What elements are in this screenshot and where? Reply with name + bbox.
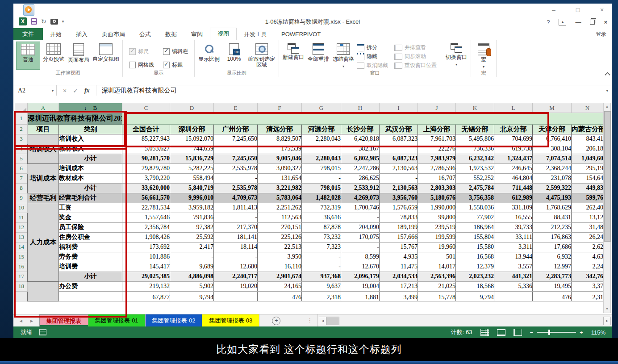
value-cell[interactable]: 6,932 [533,252,572,262]
value-cell[interactable]: 12,379 [456,262,494,272]
tab-data[interactable]: 数据 [158,29,184,40]
value-cell[interactable]: 2,240,717 [214,272,258,281]
value-cell[interactable]: 5,495,806 [456,134,494,144]
column-header-F[interactable]: F [258,103,302,113]
label-cell[interactable]: 办公费 [59,281,122,291]
value-cell[interactable] [214,291,258,301]
value-cell[interactable]: 219,132 [122,281,170,291]
row-header[interactable]: 5 [15,154,28,163]
value-cell[interactable]: 5,783,064 [258,193,302,203]
value-cell[interactable]: 87,878 [302,222,341,232]
formula-bar-expand-icon[interactable]: ▾ [606,88,608,93]
value-cell[interactable]: 1,881 [341,291,380,301]
tab-file[interactable]: 文件 [13,28,43,40]
value-cell[interactable]: 145,417 [122,262,170,272]
value-cell[interactable]: 16,568 [456,252,494,262]
value-cell[interactable]: 186,964 [456,222,494,232]
value-cell[interactable]: 2,417 [170,242,214,252]
sheet-tab-3[interactable]: 集团管理报表-03 [202,314,259,327]
os-maximize-button[interactable]: □ [574,6,581,13]
group-cell[interactable]: 经营毛利 [28,193,59,203]
excel-minimize-button[interactable]: — [575,19,581,25]
tab-formulas[interactable]: 公式 [132,29,158,40]
normal-view-button[interactable]: 普通 [16,42,40,70]
value-cell[interactable]: 6,087,323 [380,154,418,163]
page-break-preview-button[interactable]: 分页预览 [42,42,65,70]
value-cell[interactable]: 270,151 [258,222,302,232]
header-cell-branch[interactable]: 上海分部 [418,124,456,134]
value-cell[interactable]: 12,680 [214,262,258,272]
value-cell[interactable]: 24,165 [258,281,302,291]
value-cell[interactable]: 29,025,385 [122,272,170,281]
os-close-button[interactable]: × [598,6,605,13]
group-cell[interactable]: 培训收入 [28,134,59,163]
value-cell[interactable]: 599,76 [572,193,604,203]
row-header[interactable]: 6 [15,163,28,173]
value-cell[interactable]: 231,078 [533,173,572,183]
value-cell[interactable]: 17,686 [533,242,572,252]
value-cell[interactable]: 2,318 [302,291,341,301]
custom-views-button[interactable]: 自定义视图 [92,42,120,70]
switch-windows-button[interactable]: 切换窗口 ▾ [445,42,468,70]
reset-window-position-button[interactable]: 重设窗口位置 [394,62,437,69]
value-cell[interactable]: 29,829,780 [122,163,170,173]
value-cell[interactable]: 19,004 [341,281,380,291]
checkbox-ruler[interactable]: 标尺 [129,47,154,56]
value-cell[interactable]: 3,37 [572,281,604,291]
value-cell[interactable]: 19,020 [214,281,258,291]
value-cell[interactable]: 2,096,179 [341,272,380,281]
value-cell[interactable]: 8,829,507 [258,134,302,144]
row-header[interactable]: 18 [15,281,28,291]
checkbox-headings[interactable]: 标题 [163,61,188,70]
zoom-in-icon[interactable]: + [580,329,583,336]
value-cell[interactable]: - [170,252,214,262]
select-all-corner[interactable] [15,103,28,113]
value-cell[interactable]: 212,235 [533,222,572,232]
column-header-J[interactable]: J [418,103,456,113]
value-cell[interactable]: 225,126 [258,232,302,242]
row-header[interactable]: 4 [15,144,28,154]
value-cell[interactable]: 798,015 [302,163,341,173]
header-cell-branch[interactable]: 广州分部 [214,124,258,134]
value-cell[interactable]: 3,790,220 [122,173,170,183]
row-header[interactable]: 8 [15,183,28,193]
vertical-scroll-thumb[interactable] [604,111,611,242]
value-cell[interactable]: 937,368 [302,272,341,281]
value-cell[interactable]: 382,167 [341,144,380,154]
row-header-2[interactable]: 2 [15,124,28,134]
excel-restore-button[interactable] [590,20,595,25]
tab-home[interactable]: 开始 [43,29,69,40]
value-cell[interactable]: 7,961,703 [418,134,456,144]
value-cell[interactable]: 2,24 [572,262,604,272]
value-cell[interactable]: - [214,252,258,262]
column-header-I[interactable]: I [380,103,418,113]
zoom-track[interactable] [537,332,576,333]
value-cell[interactable]: 2,31 [572,291,604,301]
value-cell[interactable]: 1,990,000 [418,203,456,213]
value-cell[interactable]: 262,40 [572,203,604,213]
excel-close-button[interactable]: × [604,19,607,25]
value-cell[interactable]: 99,800 [418,213,456,222]
value-cell[interactable]: 2,247,286 [341,163,380,173]
value-cell[interactable]: 4,269,073 [341,193,380,203]
value-cell[interactable]: 154,64 [572,173,604,183]
page-layout-view-button[interactable]: 页面布局 [67,42,90,70]
value-cell[interactable]: 2,533,912 [341,183,380,193]
formula-bar-value[interactable]: 深圳迈讯教育科技有限公司 [96,87,177,95]
label-cell[interactable]: 教材收入 [59,144,122,154]
value-cell[interactable]: 14,017 [418,262,456,272]
value-cell[interactable]: 843,41 [572,134,604,144]
value-cell[interactable]: 33,620,000 [122,183,170,193]
freeze-panes-button[interactable]: 冻结窗格 ▾ [332,42,355,70]
label-cell[interactable] [59,291,122,301]
value-cell[interactable]: 88,431 [533,213,572,222]
checkbox-gridlines[interactable]: 网格线 [129,61,154,70]
value-cell[interactable]: - [341,242,380,252]
header-cell-branch[interactable]: 内蒙古分部 [572,124,604,134]
value-cell[interactable]: 6,087,323 [380,134,418,144]
row-header[interactable]: 14 [15,242,28,252]
split-button[interactable]: 拆分 [357,44,388,51]
column-header-D[interactable]: D [170,103,214,113]
value-cell[interactable]: 6,420,818 [341,134,380,144]
value-cell[interactable]: 16,707 [418,173,456,183]
